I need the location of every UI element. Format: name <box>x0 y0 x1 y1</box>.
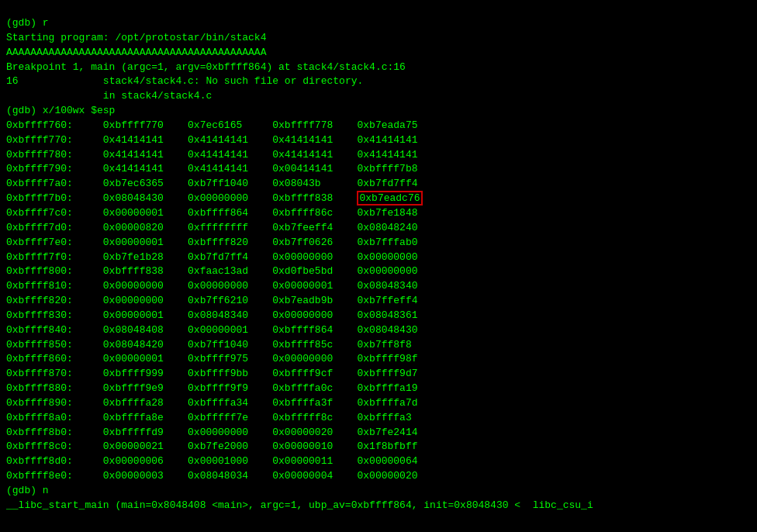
terminal-line-l19: 0xbffff800: 0xbffff838 0xfaac13ad 0xd0fb… <box>6 264 751 279</box>
terminal-line-l7: in stack4/stack4.c <box>6 89 751 104</box>
terminal-line-l12: 0xbffff790: 0x41414141 0x41414141 0x0041… <box>6 162 751 177</box>
terminal-line-l31: 0xbffff8c0: 0x00000021 0xb7fe2000 0x0000… <box>6 440 751 454</box>
terminal-line-l22: 0xbffff830: 0x00000001 0x08048340 0x0000… <box>6 309 751 323</box>
terminal-line-l18: 0xbffff7f0: 0xb7fe1b28 0xb7fd7ff4 0x0000… <box>6 250 751 265</box>
terminal-line-l32: 0xbffff8d0: 0x00000006 0x00001000 0x0000… <box>6 454 751 469</box>
terminal-line-l6: 16 stack4/stack4.c: No such file or dire… <box>6 74 751 89</box>
terminal-line-l34: (gdb) n <box>6 484 751 499</box>
terminal-line-l15: 0xbffff7c0: 0x00000001 0xbffff864 0xbfff… <box>6 206 751 221</box>
terminal-line-l24: 0xbffff850: 0x08048420 0xb7ff1040 0xbfff… <box>6 338 751 353</box>
terminal-line-l21: 0xbffff820: 0x00000000 0xb7ff6210 0xb7ea… <box>6 294 751 309</box>
terminal-line-l3: AAAAAAAAAAAAAAAAAAAAAAAAAAAAAAAAAAAAAAAA… <box>6 46 751 60</box>
terminal-line-l17: 0xbffff7e0: 0x00000001 0xbffff820 0xb7ff… <box>6 236 751 250</box>
terminal-line-l9: 0xbffff760: 0xbffff770 0x7ec6165 0xbffff… <box>6 119 751 133</box>
terminal-line-l10: 0xbffff770: 0x41414141 0x41414141 0x4141… <box>6 133 751 148</box>
terminal-line-l2: Starting program: /opt/protostar/bin/sta… <box>6 31 751 46</box>
terminal-line-l16: 0xbffff7d0: 0x00000820 0xffffffff 0xb7fe… <box>6 221 751 236</box>
terminal-line-l11: 0xbffff780: 0x41414141 0x41414141 0x4141… <box>6 148 751 163</box>
terminal-line-l13: 0xbffff7a0: 0xb7ec6365 0xb7ff1040 0x0804… <box>6 177 751 192</box>
terminal-line-l23: 0xbffff840: 0x08048408 0x00000001 0xbfff… <box>6 323 751 338</box>
terminal-line-l20: 0xbffff810: 0x00000000 0x00000000 0x0000… <box>6 279 751 294</box>
highlighted-address: 0xb7eadc76 <box>357 191 422 206</box>
terminal-line-l26: 0xbffff870: 0xbffff999 0xbffff9bb 0xbfff… <box>6 367 751 382</box>
terminal-line-l14: 0xbffff7b0: 0x08048430 0x00000000 0xbfff… <box>6 192 751 206</box>
terminal-line-l27: 0xbffff880: 0xbffff9e9 0xbffff9f9 0xbfff… <box>6 382 751 396</box>
terminal-line-l29: 0xbffff8a0: 0xbffffa8e 0xbfffff7e 0xbfff… <box>6 411 751 426</box>
terminal: (gdb) rStarting program: /opt/protostar/… <box>6 5 751 527</box>
terminal-line-l25: 0xbffff860: 0x00000001 0xbffff975 0x0000… <box>6 352 751 367</box>
terminal-line-l35: __libc_start_main (main=0x8048408 <main>… <box>6 499 751 513</box>
terminal-line-l33: 0xbffff8e0: 0x00000003 0x08048034 0x0000… <box>6 469 751 484</box>
terminal-line-l1: (gdb) r <box>6 16 751 31</box>
terminal-line-l5: Breakpoint 1, main (argc=1, argv=0xbffff… <box>6 60 751 75</box>
terminal-line-l28: 0xbffff890: 0xbffffa28 0xbffffa34 0xbfff… <box>6 396 751 411</box>
terminal-line-l8: (gdb) x/100wx $esp <box>6 104 751 119</box>
terminal-line-l30: 0xbffff8b0: 0xbfffffd9 0x00000000 0x0000… <box>6 426 751 440</box>
